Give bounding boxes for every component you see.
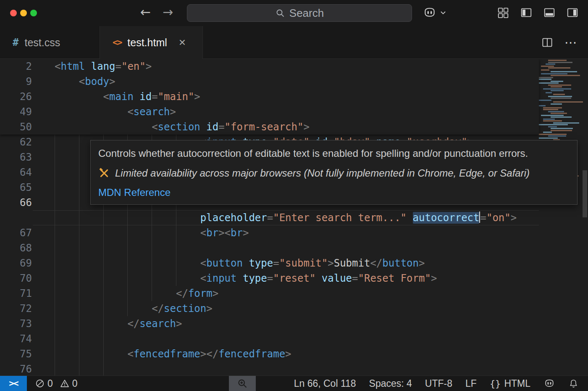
- code-line[interactable]: <fencedframe></fencedframe>: [55, 346, 291, 362]
- titlebar: ← → Search: [0, 0, 588, 26]
- toggle-panel-icon[interactable]: [543, 6, 556, 19]
- hover-availability-note: Limited availability across major browse…: [115, 166, 530, 180]
- braces-icon: {}: [490, 378, 501, 389]
- code-line[interactable]: </form>: [55, 286, 218, 301]
- tab-label: test.css: [24, 37, 60, 49]
- tab-label: test.html: [127, 37, 167, 49]
- back-button[interactable]: ←: [140, 5, 151, 19]
- hover-documentation: Controls whether autocorrection of edita…: [98, 146, 570, 161]
- indentation-status[interactable]: Spaces: 4: [369, 378, 412, 389]
- notifications-bell-icon[interactable]: [568, 378, 579, 389]
- line-number: 50: [0, 119, 32, 135]
- mdn-reference-link[interactable]: MDN Reference: [98, 187, 171, 198]
- line-number: 9: [0, 74, 32, 89]
- toggle-secondary-sidebar-icon[interactable]: [566, 6, 579, 19]
- zoom-indicator[interactable]: [229, 376, 256, 391]
- line-number: 70: [0, 271, 32, 286]
- copilot-icon: [423, 5, 437, 20]
- warning-icon: [60, 379, 69, 388]
- search-icon: [275, 8, 285, 18]
- sticky-scroll: 2<html lang="en">9 <body>26 <main id="ma…: [0, 59, 539, 135]
- line-number: 66: [0, 195, 32, 210]
- code-line[interactable]: </section>: [55, 301, 213, 316]
- command-center-search[interactable]: Search: [187, 4, 412, 22]
- line-number: 75: [0, 346, 32, 362]
- line-number: 67: [0, 225, 32, 240]
- limited-availability-icon: [98, 167, 110, 179]
- css-file-icon: #: [13, 37, 18, 48]
- line-number: 72: [0, 301, 32, 316]
- minimap[interactable]: [539, 59, 581, 375]
- zoom-in-magnifier-icon: [237, 378, 248, 389]
- language-mode-status[interactable]: {} HTML: [490, 378, 530, 389]
- vscode-window: ← → Search: [0, 0, 588, 391]
- line-number: 2: [0, 59, 32, 74]
- line-number: 65: [0, 180, 32, 195]
- editor[interactable]: 62 <input type="date" id="bday" name="us…: [0, 59, 588, 375]
- more-actions-icon[interactable]: ⋯: [564, 36, 577, 49]
- chevron-down-icon: [439, 9, 447, 16]
- line-number: 71: [0, 286, 32, 301]
- remote-indicator[interactable]: ><: [0, 376, 27, 391]
- cursor-position-status[interactable]: Ln 66, Col 118: [294, 378, 356, 389]
- code-line[interactable]: <input type="reset" value="Reset Form">: [55, 271, 437, 286]
- code-line[interactable]: <button type="submit">Submit</button>: [55, 256, 425, 271]
- copilot-status-icon[interactable]: [543, 378, 555, 389]
- search-placeholder: Search: [289, 7, 324, 20]
- line-number: 49: [0, 104, 32, 119]
- code-line[interactable]: <search>: [55, 104, 176, 119]
- line-number: 26: [0, 89, 32, 104]
- tab-test-css[interactable]: # test.css: [0, 26, 100, 59]
- copilot-menu[interactable]: [423, 5, 447, 20]
- hover-tooltip: Controls whether autocorrection of edita…: [90, 140, 578, 205]
- close-window-button[interactable]: [10, 10, 17, 16]
- customize-layout-icon[interactable]: [497, 6, 509, 19]
- line-number: 63: [0, 150, 32, 165]
- code-line-wrapped[interactable]: placeholder="Enter search term..." autoc…: [55, 210, 517, 225]
- code-line[interactable]: <html lang="en">: [55, 59, 152, 74]
- code-line[interactable]: <main id="main">: [55, 89, 200, 104]
- toggle-primary-sidebar-icon[interactable]: [520, 6, 533, 19]
- line-number: 73: [0, 316, 32, 331]
- line-number: 62: [0, 135, 32, 150]
- status-bar: >< 0 0 Ln 66, Col 118 Spaces: 4 UTF-8: [0, 375, 588, 391]
- forward-button[interactable]: →: [163, 5, 173, 19]
- maximize-window-button[interactable]: [30, 10, 37, 16]
- tab-actions: ⋯: [203, 26, 588, 58]
- tab-test-html[interactable]: <> test.html ×: [100, 26, 203, 59]
- scrollbar-slider[interactable]: [583, 170, 587, 217]
- eol-status[interactable]: LF: [465, 378, 477, 389]
- layout-controls: [497, 6, 579, 19]
- split-editor-icon[interactable]: [541, 36, 554, 49]
- remote-icon: ><: [9, 378, 18, 388]
- tab-bar: # test.css <> test.html × ⋯: [0, 26, 588, 59]
- html-file-icon: <>: [113, 37, 121, 48]
- line-number: 69: [0, 256, 32, 271]
- error-icon: [35, 379, 45, 388]
- line-number: 76: [0, 362, 32, 375]
- line-number: 64: [0, 165, 32, 180]
- problems-status[interactable]: 0 0: [35, 378, 82, 389]
- line-number: 74: [0, 331, 32, 346]
- minimize-window-button[interactable]: [20, 10, 27, 16]
- warning-count: 0: [72, 378, 78, 389]
- code-line[interactable]: <br><br>: [55, 225, 249, 240]
- line-number: 68: [0, 240, 32, 256]
- code-line[interactable]: </search>: [55, 316, 182, 331]
- code-line[interactable]: <body>: [55, 74, 116, 89]
- error-count: 0: [47, 378, 53, 389]
- encoding-status[interactable]: UTF-8: [425, 378, 452, 389]
- code-line[interactable]: <section id="form-search">: [55, 119, 310, 135]
- close-tab-icon[interactable]: ×: [179, 37, 186, 48]
